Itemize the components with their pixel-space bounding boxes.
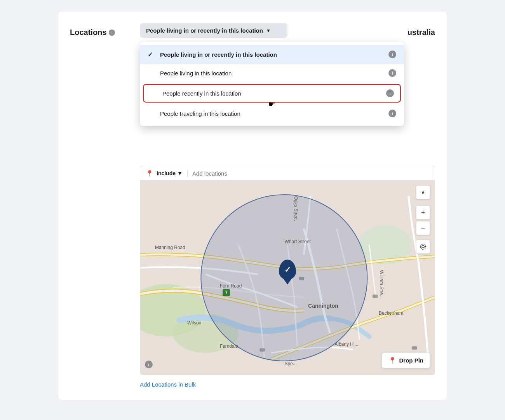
map-label-manning: Manning Road bbox=[155, 245, 185, 250]
checkmark-icon: ✓ bbox=[148, 51, 155, 58]
locations-controls: People living in or recently in this loc… bbox=[140, 23, 435, 388]
svg-point-8 bbox=[422, 246, 424, 248]
include-button[interactable]: Include ▼ bbox=[157, 170, 183, 176]
dropdown-option-living-only[interactable]: People living in this location i bbox=[140, 64, 404, 82]
map-background: ✓ 7 Manning Road Fern Road Wharf Street … bbox=[140, 181, 435, 375]
option-text: People traveling in this location bbox=[160, 110, 384, 117]
country-text-partial: ustralia bbox=[407, 28, 435, 37]
map-label-spe: Spe... bbox=[284, 361, 296, 366]
map-locate-button[interactable] bbox=[416, 240, 430, 254]
svg-point-9 bbox=[420, 244, 426, 249]
pin-check-icon: ✓ bbox=[284, 265, 291, 274]
map-container[interactable]: ✓ 7 Manning Road Fern Road Wharf Street … bbox=[140, 181, 435, 375]
map-section: 📍 Include ▼ bbox=[140, 166, 435, 388]
map-collapse-button[interactable]: ∧ bbox=[416, 185, 430, 199]
include-chevron-icon: ▼ bbox=[177, 170, 183, 176]
add-locations-bulk-link[interactable]: Add Locations in Bulk bbox=[140, 381, 196, 388]
drop-pin-icon: 📍 bbox=[388, 357, 396, 364]
drop-pin-label: Drop Pin bbox=[399, 357, 424, 364]
option-text: People living in this location bbox=[160, 70, 384, 77]
dropdown-option-traveling[interactable]: People traveling in this location i bbox=[140, 104, 404, 123]
map-label-william: William Stre... bbox=[379, 270, 384, 299]
option-info-icon[interactable]: i bbox=[388, 69, 396, 77]
page-container: Locations i People living in or recently… bbox=[58, 12, 447, 400]
locations-info-icon[interactable]: i bbox=[109, 30, 115, 36]
map-pin: ✓ bbox=[279, 260, 296, 280]
dropdown-trigger-label: People living in or recently in this loc… bbox=[146, 27, 263, 34]
map-label-albany: Albany Hi... bbox=[334, 342, 358, 347]
map-controls: ∧ + − bbox=[416, 185, 430, 254]
option-text: People recently in this location bbox=[162, 90, 381, 97]
drop-pin-button[interactable]: 📍 Drop Pin bbox=[382, 352, 430, 368]
svg-rect-6 bbox=[412, 346, 417, 349]
location-type-dropdown[interactable]: People living in or recently in this loc… bbox=[140, 23, 287, 38]
locations-label-group: Locations i bbox=[70, 23, 132, 37]
option-info-icon[interactable]: i bbox=[386, 89, 394, 97]
map-label-wilson: Wilson bbox=[187, 320, 201, 326]
map-zoom-in-button[interactable]: + bbox=[416, 206, 430, 220]
add-locations-input[interactable] bbox=[192, 170, 429, 177]
map-label-oaks: Oaks Street bbox=[293, 196, 299, 221]
map-pin-body: ✓ bbox=[279, 260, 296, 280]
map-zoom-out-button[interactable]: − bbox=[416, 221, 430, 235]
locations-label: Locations bbox=[70, 28, 106, 37]
map-info-icon[interactable]: i bbox=[145, 361, 153, 368]
route-badge: 7 bbox=[223, 289, 230, 296]
locate-icon bbox=[420, 243, 427, 250]
dropdown-option-living-or-recently[interactable]: ✓ People living in or recently in this l… bbox=[140, 45, 404, 64]
option-info-icon[interactable]: i bbox=[388, 51, 396, 58]
svg-rect-5 bbox=[373, 295, 378, 298]
pin-icon: 📍 bbox=[146, 170, 153, 177]
dropdown-panel: ✓ People living in or recently in this l… bbox=[140, 42, 404, 126]
chevron-down-icon: ▼ bbox=[266, 28, 271, 33]
map-label-cannington: Cannington bbox=[308, 303, 338, 309]
map-label-ferndale: Ferndale bbox=[220, 343, 238, 349]
option-info-icon[interactable]: i bbox=[388, 110, 396, 117]
map-label-beckenham: Beckenham bbox=[379, 310, 403, 316]
include-bar: 📍 Include ▼ bbox=[140, 166, 435, 181]
include-divider bbox=[187, 169, 188, 177]
dropdown-option-recently-only[interactable]: People recently in this location i ☛ bbox=[143, 84, 401, 103]
locations-row: Locations i People living in or recently… bbox=[70, 23, 435, 388]
map-label-fern: Fern Road bbox=[220, 283, 242, 289]
include-label: Include bbox=[157, 170, 176, 176]
map-label-wharf: Wharf Street bbox=[284, 239, 310, 244]
option-text: People living in or recently in this loc… bbox=[160, 51, 384, 58]
